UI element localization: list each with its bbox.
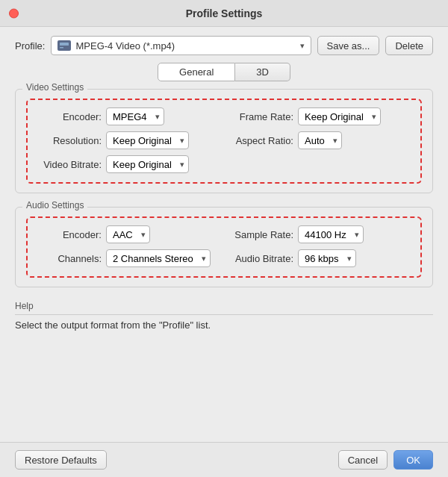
profile-value: MPEG-4 Video (*.mp4) [75,40,295,52]
audio-encoder-select[interactable]: AAC [106,225,150,243]
tab-3d[interactable]: 3D [235,63,290,81]
profile-dropdown-arrow: ▾ [300,41,305,51]
aspect-ratio-select[interactable]: Auto [298,131,342,149]
video-bitrate-select[interactable]: Keep Original [106,155,189,173]
tab-general[interactable]: General [158,63,235,81]
close-button[interactable] [9,8,19,18]
audio-encoder-row: Encoder: AAC [38,225,218,243]
channels-row: Channels: 2 Channels Stereo [38,249,218,267]
audio-settings-grid: Encoder: AAC Sample Rate: 44100 Hz [38,225,410,267]
resolution-select[interactable]: Keep Original [106,131,189,149]
encoder-row: Encoder: MPEG4 [38,107,218,125]
ok-button[interactable]: OK [393,450,433,470]
sample-rate-row: Sample Rate: 44100 Hz [230,225,410,243]
bottom-bar-right: Cancel OK [338,450,433,470]
encoder-label: Encoder: [38,111,102,122]
channels-label: Channels: [38,253,102,264]
audio-settings-section: Audio Settings Encoder: AAC [15,207,433,287]
profile-label: Profile: [15,40,45,52]
audio-bitrate-select[interactable]: 96 kbps [298,249,356,267]
resolution-label: Resolution: [38,135,102,146]
audio-encoder-select-wrapper: AAC [106,225,150,243]
video-settings-section: Video Settings Encoder: MPEG4 [15,89,433,193]
sample-rate-select-wrapper: 44100 Hz [298,225,364,243]
sample-rate-label: Sample Rate: [230,229,293,240]
video-bitrate-label: Video Bitrate: [38,159,102,170]
audio-settings-inner: Encoder: AAC Sample Rate: 44100 Hz [26,216,422,278]
cancel-button[interactable]: Cancel [338,450,388,470]
video-settings-grid: Encoder: MPEG4 Frame Rate: Keep Origin [38,107,410,173]
aspect-ratio-row: Aspect Ratio: Auto [230,131,410,149]
title-bar: Profile Settings [0,0,448,27]
frame-rate-row: Frame Rate: Keep Original [230,107,410,125]
video-settings-inner: Encoder: MPEG4 Frame Rate: Keep Origin [26,99,422,184]
encoder-select-wrapper: MPEG4 [106,107,164,125]
save-as-button[interactable]: Save as... [317,36,380,55]
frame-rate-label: Frame Rate: [230,111,293,122]
delete-button[interactable]: Delete [385,36,433,55]
profile-row: Profile: MPEG-4 Video (*.mp4) ▾ Save as.… [15,36,433,55]
audio-encoder-label: Encoder: [38,229,102,240]
help-text: Select the output format from the "Profi… [15,319,433,331]
restore-defaults-button[interactable]: Restore Defaults [15,450,107,470]
audio-bitrate-row: Audio Bitrate: 96 kbps [230,249,410,267]
audio-settings-label: Audio Settings [22,200,87,211]
main-content: Profile: MPEG-4 Video (*.mp4) ▾ Save as.… [0,27,448,442]
help-section: Help Select the output format from the "… [15,298,433,334]
profile-select[interactable]: MPEG-4 Video (*.mp4) ▾ [51,36,311,55]
svg-rect-1 [60,43,69,46]
aspect-ratio-label: Aspect Ratio: [230,135,293,146]
tab-row: General 3D [15,63,433,81]
audio-bitrate-select-wrapper: 96 kbps [298,249,356,267]
frame-rate-select-wrapper: Keep Original [298,107,381,125]
profile-icon [57,40,71,51]
video-bitrate-row: Video Bitrate: Keep Original [38,155,218,173]
window-title: Profile Settings [186,7,263,19]
frame-rate-select[interactable]: Keep Original [298,107,381,125]
help-label: Help [15,301,433,315]
aspect-ratio-select-wrapper: Auto [298,131,342,149]
channels-select-wrapper: 2 Channels Stereo [106,249,211,267]
sample-rate-select[interactable]: 44100 Hz [298,225,364,243]
resolution-select-wrapper: Keep Original [106,131,189,149]
bottom-bar: Restore Defaults Cancel OK [0,442,448,477]
video-settings-label: Video Settings [22,82,87,93]
channels-select[interactable]: 2 Channels Stereo [106,249,211,267]
audio-bitrate-label: Audio Bitrate: [230,253,293,264]
encoder-select[interactable]: MPEG4 [106,107,164,125]
svg-rect-2 [60,47,63,49]
video-bitrate-select-wrapper: Keep Original [106,155,189,173]
resolution-row: Resolution: Keep Original [38,131,218,149]
